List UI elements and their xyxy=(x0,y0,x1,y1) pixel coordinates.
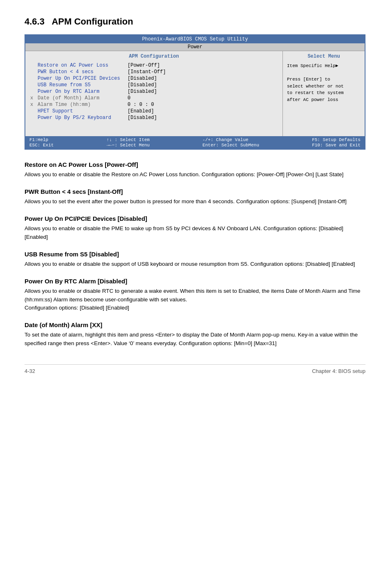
doc-section: PWR Button < 4 secs [Instant-Off]Allows … xyxy=(25,188,365,206)
bios-help-title: Item Specific Help► xyxy=(287,63,361,70)
bios-footer-right: -/+: Change Value Enter: Select SubMenu xyxy=(202,137,259,148)
bios-item-row: xAlarm Time (hh:mm)0 : 0 : 0 xyxy=(30,102,278,108)
doc-section: Restore on AC Power Loss [Power-Off]Allo… xyxy=(25,161,365,179)
doc-heading: Power Up On PCI/PCIE Devices [Disabled] xyxy=(25,215,365,222)
bios-item-row: Power Up By PS/2 Keyboard[Disabled] xyxy=(30,115,278,121)
doc-body: To set the date of alarm, highlight this… xyxy=(25,331,365,348)
bios-item-value: 0 : 0 : 0 xyxy=(128,102,154,108)
page-number: 4-32 xyxy=(25,368,35,374)
bios-item-value: [Disabled] xyxy=(128,115,157,121)
doc-section: Power On By RTC Alarm [Disabled]Allows y… xyxy=(25,278,365,313)
bios-item-label: USB Resume from S5 xyxy=(38,82,128,88)
bios-item-row: Power On by RTC Alarm[Disabled] xyxy=(30,89,278,94)
bios-menu-bar: Power xyxy=(25,43,365,51)
page-footer: 4-32 Chapter 4: BIOS setup xyxy=(25,364,365,374)
doc-section: Power Up On PCI/PCIE Devices [Disabled]A… xyxy=(25,215,365,242)
bios-item-prefix: x xyxy=(30,102,38,108)
doc-section: Date (of Month) Alarm [XX]To set the dat… xyxy=(25,321,365,348)
bios-footer: F1:Help ESC: Exit ↑↓ : Select Item →←−: … xyxy=(25,136,365,149)
bios-left-panel: APM Configuration Restore on AC Power Lo… xyxy=(25,51,283,136)
bios-footer-left: F1:Help ESC: Exit xyxy=(29,137,54,148)
bios-item-label: Power On by RTC Alarm xyxy=(38,89,128,94)
bios-item-label: Alarm Time (hh:mm) xyxy=(38,102,128,108)
doc-heading: PWR Button < 4 secs [Instant-Off] xyxy=(25,188,365,195)
bios-item-label: HPET Support xyxy=(38,108,128,114)
bios-item-value: [Power-Off] xyxy=(128,63,160,68)
doc-body: Allows you to enable or disable the PME … xyxy=(25,224,365,242)
doc-body: Allows you to set the event after the po… xyxy=(25,197,365,206)
bios-help-line: Press [Enter] to xyxy=(287,76,361,83)
bios-right-header: Select Menu xyxy=(287,54,361,59)
bios-item-row: PWR Button < 4 secs[Instant-Off] xyxy=(30,69,278,75)
bios-item-prefix: x xyxy=(30,95,38,101)
bios-screenshot: Phoenix-AwardBIOS CMOS Setup Utility Pow… xyxy=(25,34,365,150)
bios-item-label: Restore on AC Power Loss xyxy=(38,63,128,68)
bios-item-value: [Enabled] xyxy=(128,108,154,114)
descriptions-container: Restore on AC Power Loss [Power-Off]Allo… xyxy=(25,161,365,348)
bios-item-label: PWR Button < 4 secs xyxy=(38,69,128,75)
bios-help-line: after AC power loss xyxy=(287,97,361,103)
doc-heading: Date (of Month) Alarm [XX] xyxy=(25,321,365,328)
bios-item-value: [Disabled] xyxy=(128,76,157,81)
doc-body: Allows you to enable or disable RTC to g… xyxy=(25,287,365,313)
section-title: 4.6.3 APM Configuration xyxy=(25,16,365,27)
bios-left-header: APM Configuration xyxy=(30,54,278,59)
doc-heading: Power On By RTC Alarm [Disabled] xyxy=(25,278,365,285)
doc-body: Allows you to enable or disable the supp… xyxy=(25,260,365,269)
bios-item-row: xDate (of Month) Alarm0 xyxy=(30,95,278,101)
bios-item-label: Power Up On PCI/PCIE Devices xyxy=(38,76,128,81)
bios-help-lines: Press [Enter] toselect whether or notto … xyxy=(287,76,361,103)
doc-section: USB Resume from S5 [Disabled]Allows you … xyxy=(25,251,365,269)
bios-item-label: Power Up By PS/2 Keyboard xyxy=(38,115,128,121)
bios-item-value: 0 xyxy=(128,95,130,101)
bios-content: APM Configuration Restore on AC Power Lo… xyxy=(25,51,365,136)
bios-item-value: [Disabled] xyxy=(128,82,157,88)
bios-item-label: Date (of Month) Alarm xyxy=(38,95,128,101)
doc-heading: USB Resume from S5 [Disabled] xyxy=(25,251,365,258)
bios-help-line: select whether or not xyxy=(287,83,361,90)
bios-item-row: Power Up On PCI/PCIE Devices[Disabled] xyxy=(30,76,278,81)
bios-item-row: HPET Support[Enabled] xyxy=(30,108,278,114)
bios-item-row: USB Resume from S5[Disabled] xyxy=(30,82,278,88)
bios-title-bar: Phoenix-AwardBIOS CMOS Setup Utility xyxy=(25,35,365,43)
doc-body: Allows you to enable or disable the Rest… xyxy=(25,171,365,179)
bios-item-value: [Instant-Off] xyxy=(128,69,166,75)
bios-item-value: [Disabled] xyxy=(128,89,157,94)
bios-help-line: to restart the system xyxy=(287,90,361,97)
bios-footer-mid: ↑↓ : Select Item →←−: Select Menu xyxy=(107,137,150,148)
bios-right-panel: Select Menu Item Specific Help► Press [E… xyxy=(283,51,365,136)
bios-items-list: Restore on AC Power Loss[Power-Off]PWR B… xyxy=(30,63,278,121)
chapter-label: Chapter 4: BIOS setup xyxy=(312,368,365,374)
doc-heading: Restore on AC Power Loss [Power-Off] xyxy=(25,161,365,168)
bios-help-text: Item Specific Help► Press [Enter] tosele… xyxy=(287,63,361,103)
bios-item-row: Restore on AC Power Loss[Power-Off] xyxy=(30,63,278,68)
bios-footer-far: F5: Setup Defaults F10: Save and Exit xyxy=(312,137,361,148)
